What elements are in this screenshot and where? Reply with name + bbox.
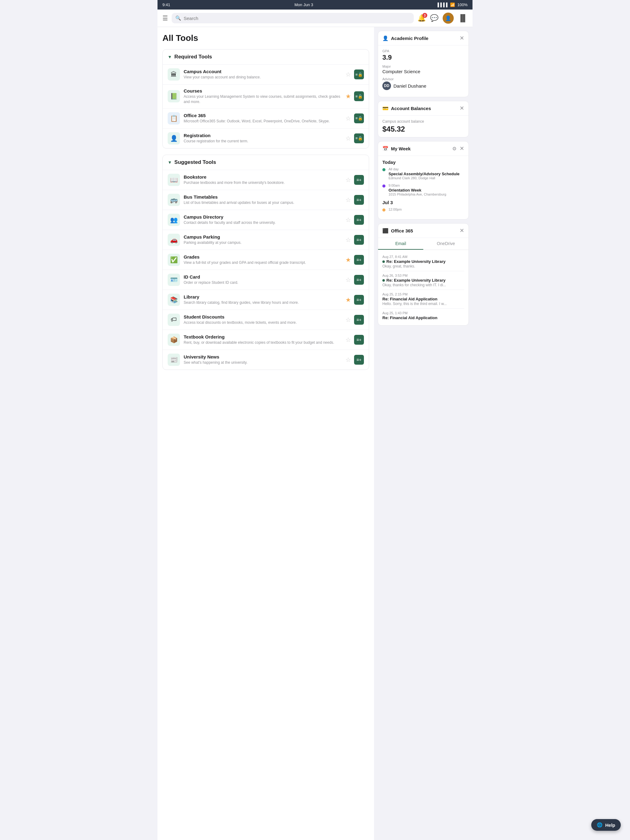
tool-name: Bookstore [184, 174, 342, 180]
email-subject: Re: Example University Library [382, 278, 464, 283]
advisor-label: Advisor [382, 77, 464, 81]
my-week-header: 📅 My Week ⚙ ✕ [378, 141, 469, 156]
registration-icon: 👤 [168, 132, 180, 145]
tool-item-courses: 📗 Courses Access your Learning Managemen… [163, 84, 369, 108]
star-button[interactable]: ☆ [345, 115, 351, 122]
wifi-icon: 📶 [450, 2, 455, 7]
textbook-icon: 📦 [168, 333, 180, 346]
tool-name: Bus Timetables [184, 194, 342, 199]
required-tools-section: ▼ Required Tools 🏛 Campus Account View y… [162, 49, 369, 148]
lock-button[interactable]: ≡🔒 [354, 114, 364, 123]
tool-item-campus-account: 🏛 Campus Account View your campus accoun… [163, 64, 369, 84]
lock-button[interactable]: ≡🔒 [354, 69, 364, 79]
event-name: Special Assembly/Advisory Schedule [388, 172, 459, 176]
close-button[interactable]: ✕ [459, 145, 464, 152]
tab-onedrive[interactable]: OneDrive [423, 238, 469, 249]
notifications-button[interactable]: 🔔 3 [418, 14, 426, 22]
star-button[interactable]: ☆ [345, 236, 351, 243]
grades-icon: ✅ [168, 254, 180, 266]
gpa-row: GPA 3.9 [382, 49, 464, 62]
suggested-tools-header[interactable]: ▼ Suggested Tools [163, 155, 369, 170]
academic-profile-widget: 👤 Academic Profile ✕ GPA 3.9 Major Compu… [378, 31, 469, 97]
star-button[interactable]: ☆ [345, 336, 351, 343]
add-button[interactable]: ≡+ [354, 255, 364, 265]
email-preview: Hello. Sorry, this is the third email. I… [382, 302, 464, 306]
sidebar-toggle-icon[interactable]: ▐▌ [458, 14, 468, 22]
add-button[interactable]: ≡+ [354, 195, 364, 205]
event-item: 12:00pm [382, 208, 464, 212]
star-button[interactable]: ★ [345, 93, 351, 100]
add-icon: ≡+ [356, 357, 361, 362]
gear-icon[interactable]: ⚙ [452, 146, 456, 152]
avatar[interactable]: 👤 [443, 13, 454, 24]
star-button[interactable]: ☆ [345, 71, 351, 78]
status-bar: 9:41 Mon Jun 3 ▐▐▐▐ 📶 100% [157, 0, 473, 9]
email-date: Aug 27, 8:41 AM [382, 255, 464, 259]
email-subject: Re: Example University Library [382, 259, 464, 264]
search-input[interactable] [184, 16, 410, 21]
chat-icon[interactable]: 💬 [430, 14, 438, 22]
suggested-tools-label: Suggested Tools [174, 159, 216, 166]
tool-name: Textbook Ordering [184, 334, 342, 339]
directory-icon: 👥 [168, 214, 180, 226]
event-dot [382, 168, 385, 171]
add-button[interactable]: ≡+ [354, 335, 364, 345]
lock-button[interactable]: ≡🔒 [354, 91, 364, 101]
tab-email[interactable]: Email [378, 238, 423, 249]
close-button[interactable]: ✕ [459, 35, 464, 41]
star-button[interactable]: ☆ [345, 276, 351, 284]
campus-balance-label: Campus account balance [382, 119, 464, 123]
star-button[interactable]: ☆ [345, 216, 351, 224]
tool-desc: Course registration for the current term… [184, 139, 342, 144]
add-button[interactable]: ≡+ [354, 175, 364, 185]
tool-desc: Purchase textbooks and more from the uni… [184, 180, 342, 185]
chevron-down-icon: ▼ [168, 160, 172, 165]
add-button[interactable]: ≡+ [354, 275, 364, 285]
add-icon: ≡+ [356, 257, 361, 262]
tool-item-bus-timetables: 🚌 Bus Timetables List of bus timetables … [163, 190, 369, 210]
required-tools-header[interactable]: ▼ Required Tools [163, 49, 369, 64]
tool-desc: View a full-list of your grades and GPA … [184, 260, 342, 265]
tool-item-student-discounts: 🏷 Student Discounts Access local discoun… [163, 309, 369, 330]
lock-icon: ≡🔒 [355, 94, 362, 99]
unread-dot [382, 279, 385, 282]
lock-button[interactable]: ≡🔒 [354, 133, 364, 143]
tool-name: Grades [184, 254, 342, 259]
gpa-value: 3.9 [382, 54, 464, 62]
email-date: Aug 25, 2:15 PM [382, 292, 464, 296]
add-icon: ≡+ [356, 277, 361, 282]
close-button[interactable]: ✕ [459, 105, 464, 112]
add-button[interactable]: ≡+ [354, 215, 364, 225]
close-button[interactable]: ✕ [459, 227, 464, 234]
star-button[interactable]: ☆ [345, 356, 351, 363]
news-icon: 📰 [168, 354, 180, 366]
hamburger-menu[interactable]: ☰ [162, 14, 168, 22]
battery-icon: 100% [457, 2, 468, 7]
star-button[interactable]: ☆ [345, 316, 351, 324]
star-button[interactable]: ★ [345, 256, 351, 264]
campus-account-icon: 🏛 [168, 68, 180, 81]
event-location: Edmund Clark 280, Dodge Hall [388, 176, 459, 180]
event-time: All day [388, 167, 459, 171]
add-button[interactable]: ≡+ [354, 355, 364, 365]
add-icon: ≡+ [356, 177, 361, 182]
gpa-label: GPA [382, 49, 464, 53]
add-button[interactable]: ≡+ [354, 295, 364, 305]
my-week-title: My Week [391, 146, 411, 151]
status-time-date: 9:41 [162, 2, 170, 7]
account-balances-header: 💳 Account Balances ✕ [378, 101, 469, 115]
add-button[interactable]: ≡+ [354, 315, 364, 325]
search-bar[interactable]: 🔍 [172, 13, 414, 24]
star-button[interactable]: ☆ [345, 196, 351, 204]
star-button[interactable]: ☆ [345, 135, 351, 142]
tool-desc: Access local discounts on textbooks, mov… [184, 320, 342, 325]
add-icon: ≡+ [356, 337, 361, 342]
star-button[interactable]: ★ [345, 296, 351, 303]
nav-icons: 🔔 3 💬 👤 ▐▌ [418, 13, 468, 24]
balance-icon: 💳 [382, 106, 388, 111]
notification-badge: 3 [423, 13, 427, 18]
tool-name: Library [184, 294, 342, 300]
star-button[interactable]: ☆ [345, 176, 351, 183]
email-subject: Re: Financial Aid Application [382, 316, 464, 320]
add-button[interactable]: ≡+ [354, 235, 364, 245]
